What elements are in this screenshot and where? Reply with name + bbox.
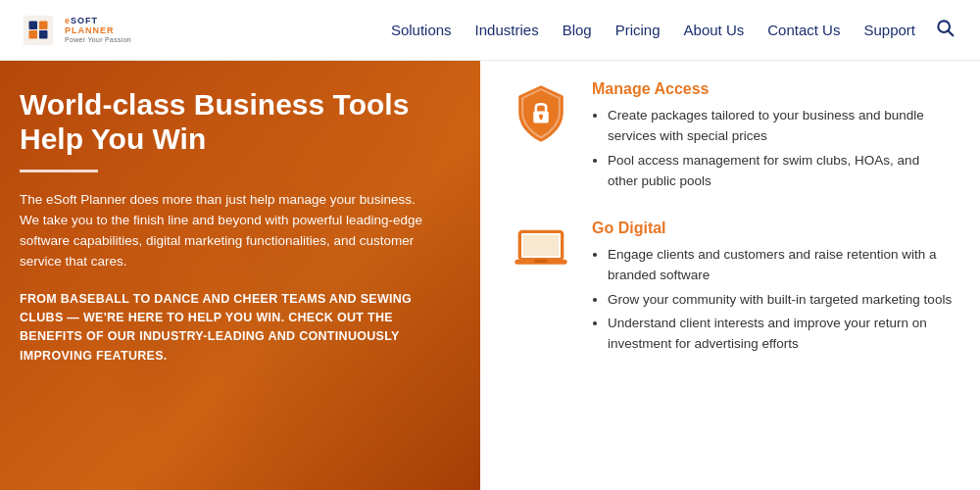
nav-solutions[interactable]: Solutions <box>381 16 462 44</box>
nav-pricing[interactable]: Pricing <box>606 16 670 44</box>
nav-blog[interactable]: Blog <box>553 16 602 44</box>
logo-text: eSOFTPLANNER Power Your Passion <box>65 17 131 43</box>
go-digital-icon-wrap <box>508 220 574 286</box>
svg-rect-1 <box>29 30 38 39</box>
main-nav: Solutions Industries Blog Pricing About … <box>381 12 960 48</box>
manage-access-icon-wrap <box>508 80 574 147</box>
logo[interactable]: eSOFTPLANNER Power Your Passion <box>20 12 131 49</box>
manage-access-title: Manage Access <box>592 80 953 98</box>
svg-rect-0 <box>24 15 53 44</box>
go-digital-bullets: Engage clients and customers and raise r… <box>592 245 953 356</box>
hero-title: World-class Business Tools Help You Win <box>20 88 451 156</box>
svg-rect-11 <box>523 234 560 256</box>
search-button[interactable] <box>929 12 960 48</box>
hero-divider <box>20 170 98 172</box>
feature-manage-access: Manage Access Create packages tailored t… <box>508 80 953 196</box>
svg-rect-4 <box>39 21 48 29</box>
nav-contact[interactable]: Contact Us <box>758 16 850 44</box>
bullet-item: Grow your community with built-in target… <box>608 290 953 311</box>
go-digital-text: Go Digital Engage clients and customers … <box>592 220 953 360</box>
bullet-item: Pool access management for swim clubs, H… <box>608 151 953 192</box>
laptop-icon <box>512 223 570 282</box>
hero-section: World-class Business Tools Help You Win … <box>0 61 480 490</box>
hero-description: The eSoft Planner does more than just he… <box>20 190 431 272</box>
logo-icon <box>20 12 57 49</box>
main-content: World-class Business Tools Help You Win … <box>0 61 980 490</box>
nav-about[interactable]: About Us <box>674 16 755 44</box>
nav-industries[interactable]: Industries <box>466 16 549 44</box>
manage-access-bullets: Create packages tailored to your busines… <box>592 106 953 192</box>
header: eSOFTPLANNER Power Your Passion Solution… <box>0 0 980 61</box>
features-panel: Manage Access Create packages tailored t… <box>480 61 980 490</box>
svg-rect-2 <box>39 30 48 39</box>
svg-rect-13 <box>534 259 547 262</box>
hero-cta: FROM BASEBALL TO DANCE AND CHEER TEAMS A… <box>20 290 431 367</box>
shield-lock-icon <box>512 84 570 143</box>
manage-access-text: Manage Access Create packages tailored t… <box>592 80 953 196</box>
bullet-item: Create packages tailored to your busines… <box>608 106 953 147</box>
svg-line-6 <box>949 31 954 36</box>
bullet-item: Understand client interests and improve … <box>608 314 953 355</box>
search-icon <box>935 18 955 37</box>
svg-rect-3 <box>29 21 38 29</box>
feature-go-digital: Go Digital Engage clients and customers … <box>508 220 953 360</box>
bullet-item: Engage clients and customers and raise r… <box>608 245 953 286</box>
svg-rect-9 <box>540 117 543 120</box>
nav-support[interactable]: Support <box>854 16 925 44</box>
go-digital-title: Go Digital <box>592 220 953 237</box>
